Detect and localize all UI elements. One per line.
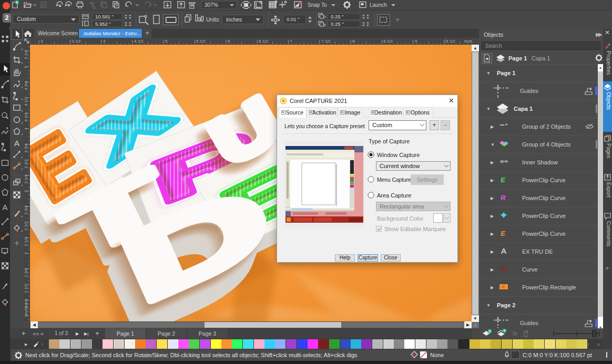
svg-text:inches: inches: [464, 39, 472, 44]
svg-text:A: A: [501, 247, 506, 255]
svg-text:3: 3: [24, 190, 28, 192]
svg-text:2: 2: [24, 252, 28, 254]
svg-text:3 1/2: 3 1/2: [24, 159, 28, 168]
svg-text:4: 4: [24, 127, 28, 130]
svg-text:5: 5: [165, 39, 168, 44]
svg-text:4 1/4: 4 1/4: [24, 112, 28, 121]
svg-text:x: x: [324, 15, 327, 18]
svg-text:5: 5: [24, 65, 28, 68]
svg-text:PDF: PDF: [189, 2, 196, 5]
svg-text:E: E: [500, 176, 506, 184]
svg-text:2 1/2: 2 1/2: [24, 221, 28, 230]
svg-text:2 1/4: 2 1/4: [24, 236, 28, 246]
svg-text:4 1/2: 4 1/2: [24, 96, 28, 106]
svg-text:4: 4: [103, 39, 106, 44]
svg-text:8 1/2: 8 1/2: [383, 39, 393, 44]
svg-text:3: 3: [40, 39, 43, 44]
svg-text:fx: fx: [513, 331, 517, 337]
svg-text:1 1/2: 1 1/2: [24, 283, 28, 293]
svg-text:1 3/4: 1 3/4: [24, 267, 28, 277]
svg-text:9: 9: [415, 39, 417, 44]
svg-text:None: None: [430, 352, 444, 358]
svg-text:Snap To: Snap To: [308, 2, 327, 8]
svg-text:6: 6: [228, 39, 230, 44]
svg-text:E: E: [500, 230, 506, 237]
svg-text:5 1/4: 5 1/4: [24, 49, 28, 59]
svg-text:3 1/2: 3 1/2: [72, 39, 81, 44]
svg-text:y: y: [324, 23, 327, 27]
svg-text:A: A: [14, 139, 19, 148]
svg-text:C:0 M:0 Y:0 K:100 0.567 pt: C:0 M:0 Y:0 K:100 0.567 pt: [523, 352, 592, 358]
svg-text:9 1/2: 9 1/2: [446, 39, 455, 44]
svg-text:6 1/2: 6 1/2: [259, 39, 268, 44]
svg-text:7: 7: [290, 39, 292, 44]
svg-text:3 3/4: 3 3/4: [24, 143, 28, 152]
svg-text:5 1/2: 5 1/2: [196, 39, 206, 44]
svg-text:inches: inches: [24, 303, 28, 315]
svg-text:4 1/2: 4 1/2: [134, 39, 144, 44]
svg-text:4 3/4: 4 3/4: [24, 80, 28, 90]
svg-text:2 3/4: 2 3/4: [24, 205, 28, 214]
svg-text:3 1/4: 3 1/4: [24, 174, 28, 183]
svg-text:8: 8: [352, 39, 355, 44]
svg-text:Launch: Launch: [370, 2, 387, 8]
svg-text:7 1/2: 7 1/2: [321, 39, 331, 44]
svg-text:R: R: [500, 194, 506, 202]
svg-text:A: A: [2, 203, 7, 212]
svg-text:307%: 307%: [205, 2, 218, 8]
